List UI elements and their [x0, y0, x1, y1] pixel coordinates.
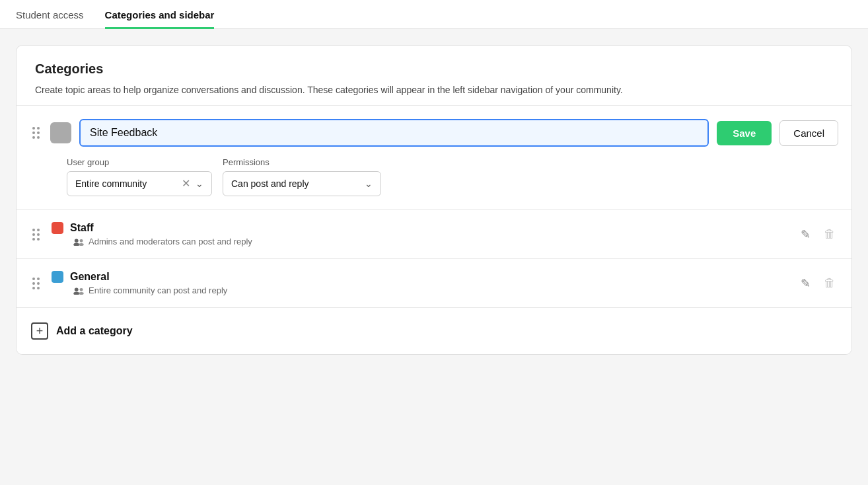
category-meta-text-staff: Admins and moderators can post and reply [89, 237, 252, 246]
add-category-label[interactable]: Add a category [56, 325, 133, 337]
card-description: Create topic areas to help organize conv… [35, 83, 833, 97]
permissions-field: Permissions Can post and reply ⌄ [223, 157, 381, 196]
categories-card: Categories Create topic areas to help or… [16, 45, 852, 355]
category-info-general: General Entire community can post and re… [52, 271, 789, 295]
category-meta-text-general: Entire community can post and reply [89, 285, 227, 295]
category-meta-staff: Admins and moderators can post and reply [73, 237, 789, 246]
category-actions-general: ✎ 🗑 [798, 274, 838, 293]
permissions-select[interactable]: Can post and reply ⌄ [223, 171, 381, 196]
svg-point-2 [80, 239, 83, 242]
category-meta-general: Entire community can post and reply [73, 285, 789, 295]
card-header: Categories Create topic areas to help or… [17, 46, 851, 106]
user-group-select[interactable]: Entire community ✕ ⌄ [67, 171, 212, 196]
edit-row-top: Save Cancel [30, 119, 838, 147]
category-name-row-staff: Staff [52, 222, 789, 234]
svg-point-6 [80, 287, 83, 291]
users-icon-staff [73, 238, 85, 246]
edit-row-bottom: User group Entire community ✕ ⌄ Permissi… [67, 157, 838, 196]
card-title: Categories [35, 61, 833, 77]
page-wrapper: Student access Categories and sidebar Ca… [0, 0, 868, 485]
drag-handle-general[interactable] [30, 276, 42, 291]
edit-row-site-feedback: Save Cancel User group Entire community … [17, 106, 851, 210]
save-button[interactable]: Save [717, 121, 772, 145]
category-info-staff: Staff Admins and moderators can post and… [52, 222, 789, 246]
user-group-value: Entire community [75, 178, 176, 189]
svg-point-4 [75, 287, 79, 291]
category-name-staff: Staff [70, 222, 94, 234]
category-name-row-general: General [52, 271, 789, 283]
svg-point-5 [73, 291, 79, 294]
category-actions-staff: ✎ 🗑 [798, 225, 838, 244]
svg-point-0 [75, 239, 79, 243]
category-color-staff [52, 222, 63, 234]
category-row-general: General Entire community can post and re… [17, 259, 851, 308]
tab-categories-sidebar[interactable]: Categories and sidebar [105, 0, 215, 29]
category-name-general: General [70, 271, 110, 283]
user-group-field: User group Entire community ✕ ⌄ [67, 157, 212, 196]
category-row-staff: Staff Admins and moderators can post and… [17, 210, 851, 259]
svg-point-3 [79, 243, 83, 246]
edit-icon-general[interactable]: ✎ [798, 274, 813, 293]
user-group-clear-icon[interactable]: ✕ [182, 178, 190, 189]
tabs-bar: Student access Categories and sidebar [0, 0, 868, 29]
permissions-chevron-icon[interactable]: ⌄ [365, 179, 373, 188]
delete-icon-general[interactable]: 🗑 [821, 274, 838, 293]
users-icon-general [73, 287, 85, 295]
main-content: Categories Create topic areas to help or… [0, 29, 868, 371]
user-group-label: User group [67, 157, 212, 167]
edit-icon-staff[interactable]: ✎ [798, 225, 813, 244]
drag-handle[interactable] [30, 126, 42, 140]
svg-point-1 [73, 243, 79, 245]
drag-handle-staff[interactable] [30, 227, 42, 242]
tab-student-access[interactable]: Student access [16, 0, 84, 29]
permissions-label: Permissions [223, 157, 381, 167]
category-name-input[interactable] [79, 119, 709, 147]
category-color-general [52, 271, 63, 283]
color-swatch[interactable] [50, 122, 71, 143]
user-group-chevron-icon[interactable]: ⌄ [196, 179, 203, 188]
add-category-row[interactable]: + Add a category [17, 308, 851, 354]
add-category-icon: + [31, 322, 48, 340]
permissions-value: Can post and reply [231, 178, 359, 189]
svg-point-7 [79, 292, 83, 295]
delete-icon-staff[interactable]: 🗑 [821, 225, 838, 244]
cancel-button[interactable]: Cancel [779, 120, 838, 146]
